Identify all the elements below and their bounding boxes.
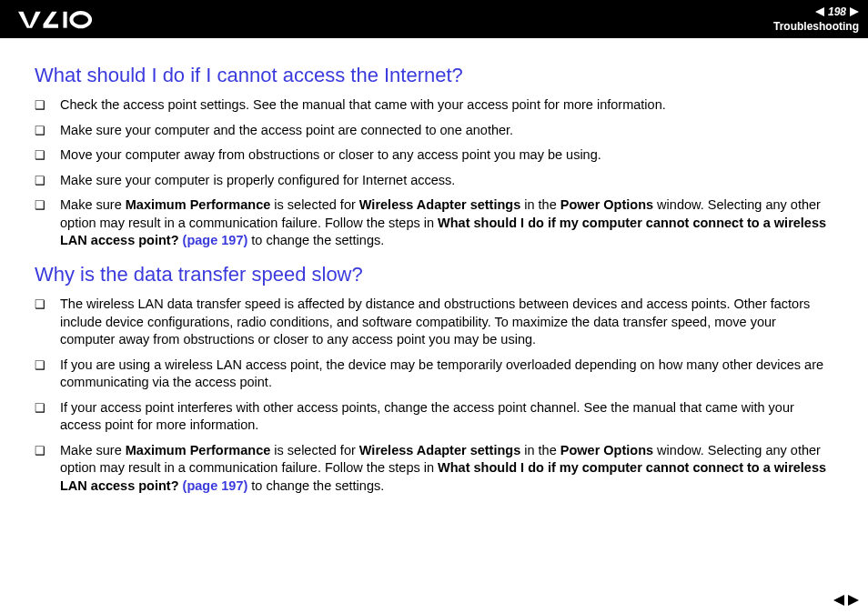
page-content: What should I do if I cannot access the … (0, 38, 868, 496)
square-bullet-icon: ❑ (35, 296, 60, 313)
list-item-text: Check the access point settings. See the… (60, 96, 833, 115)
section-label: Troubleshooting (773, 20, 859, 33)
list-item-text: Make sure Maximum Performance is selecte… (60, 442, 833, 496)
vaio-logo (18, 0, 118, 38)
list-item: ❑Make sure your computer and the access … (35, 122, 833, 140)
section-heading: Why is the data transfer speed slow? (35, 263, 833, 286)
page-navigator: 198 (815, 5, 859, 18)
header-right: 198 Troubleshooting (773, 5, 859, 33)
square-bullet-icon: ❑ (35, 442, 60, 459)
list-item-text: Make sure your computer and the access p… (60, 122, 833, 140)
list-item: ❑Make sure your computer is properly con… (35, 172, 833, 190)
page-reference-link[interactable]: (page 197) (183, 233, 248, 247)
square-bullet-icon: ❑ (35, 399, 60, 417)
list-item: ❑Make sure Maximum Performance is select… (35, 442, 833, 496)
list-item: ❑If you are using a wireless LAN access … (35, 357, 833, 392)
corner-prev-arrow-icon[interactable] (833, 595, 844, 606)
square-bullet-icon: ❑ (35, 122, 60, 139)
list-item-text: Make sure your computer is properly conf… (60, 172, 833, 190)
list-item: ❑Make sure Maximum Performance is select… (35, 196, 833, 250)
square-bullet-icon: ❑ (35, 172, 60, 189)
list-item-text: Make sure Maximum Performance is selecte… (60, 196, 833, 250)
list-item: ❑The wireless LAN data transfer speed is… (35, 296, 833, 349)
prev-page-arrow-icon[interactable] (815, 7, 824, 16)
list-item: ❑If your access point interferes with ot… (35, 399, 833, 435)
square-bullet-icon: ❑ (35, 357, 60, 374)
list-item-text: Move your computer away from obstruction… (60, 146, 833, 165)
square-bullet-icon: ❑ (35, 146, 60, 164)
page-number: 198 (828, 5, 846, 18)
corner-next-arrow-icon[interactable] (848, 595, 859, 606)
next-page-arrow-icon[interactable] (850, 7, 859, 16)
svg-rect-0 (64, 12, 67, 28)
list-item-text: If your access point interferes with oth… (60, 399, 833, 435)
page-header: 198 Troubleshooting (0, 0, 868, 38)
list-item: ❑Move your computer away from obstructio… (35, 146, 833, 165)
bullet-list: ❑Check the access point settings. See th… (35, 96, 833, 250)
page-reference-link[interactable]: (page 197) (183, 478, 248, 493)
section-heading: What should I do if I cannot access the … (35, 64, 833, 87)
square-bullet-icon: ❑ (35, 96, 60, 114)
list-item: ❑Check the access point settings. See th… (35, 96, 833, 115)
bullet-list: ❑The wireless LAN data transfer speed is… (35, 296, 833, 496)
square-bullet-icon: ❑ (35, 196, 60, 214)
list-item-text: The wireless LAN data transfer speed is … (60, 296, 833, 349)
corner-navigator (833, 595, 859, 606)
list-item-text: If you are using a wireless LAN access p… (60, 357, 833, 392)
